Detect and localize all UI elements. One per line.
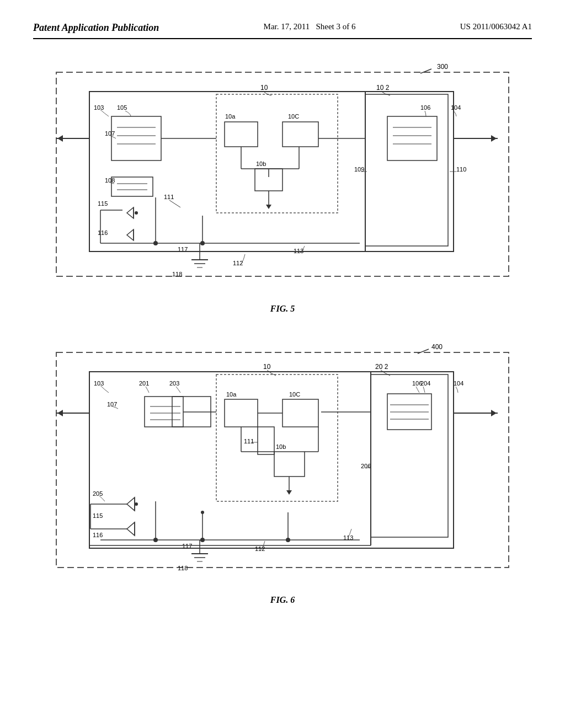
- svg-point-51: [200, 241, 205, 245]
- fig5-caption: FIG. 5: [270, 304, 295, 314]
- svg-text:118: 118: [172, 271, 182, 277]
- header-date: Mar. 17, 2011: [264, 22, 310, 31]
- svg-text:117: 117: [182, 543, 192, 549]
- svg-text:104: 104: [454, 380, 463, 387]
- svg-rect-25: [365, 94, 448, 246]
- svg-text:116: 116: [93, 532, 103, 538]
- svg-text:115: 115: [93, 512, 103, 519]
- svg-marker-83: [286, 490, 292, 495]
- svg-marker-103: [127, 522, 135, 536]
- patent-page: Patent Application Publication Mar. 17, …: [0, 0, 565, 728]
- svg-text:118: 118: [178, 565, 188, 571]
- svg-point-118: [286, 538, 290, 542]
- fig6-caption: FIG. 6: [270, 595, 295, 605]
- svg-text:10: 10: [263, 363, 271, 371]
- svg-text:10b: 10b: [276, 443, 286, 450]
- svg-text:20 2: 20 2: [375, 363, 388, 371]
- svg-marker-27: [57, 135, 63, 142]
- figure-6-diagram: 400 10 20 2: [45, 341, 520, 590]
- svg-text:116: 116: [98, 229, 108, 236]
- svg-point-119: [135, 502, 138, 506]
- svg-text:10C: 10C: [289, 391, 300, 398]
- fig6-svg: 400 10 20 2: [45, 341, 520, 590]
- page-header: Patent Application Publication Mar. 17, …: [33, 22, 532, 39]
- figures-container: 300 10 10 2: [33, 61, 532, 605]
- svg-text:110: 110: [456, 166, 466, 173]
- svg-text:400: 400: [431, 343, 443, 351]
- svg-text:10a: 10a: [226, 391, 237, 398]
- svg-text:203: 203: [169, 380, 179, 387]
- svg-text:10 2: 10 2: [376, 84, 390, 92]
- svg-text:112: 112: [233, 260, 243, 266]
- svg-marker-39: [127, 229, 134, 240]
- svg-marker-91: [57, 410, 63, 416]
- svg-text:108: 108: [105, 177, 115, 184]
- fig5-svg: 300 10 10 2: [45, 61, 520, 298]
- svg-marker-29: [491, 135, 497, 142]
- svg-point-120: [201, 511, 204, 514]
- svg-text:115: 115: [98, 200, 108, 207]
- svg-rect-2: [89, 92, 454, 251]
- svg-rect-18: [111, 116, 161, 160]
- svg-rect-70: [56, 352, 509, 568]
- svg-rect-89: [371, 374, 448, 537]
- svg-text:106: 106: [420, 104, 430, 111]
- svg-text:206: 206: [361, 463, 371, 469]
- figure-5-diagram: 300 10 10 2: [45, 61, 520, 298]
- svg-text:10C: 10C: [288, 113, 299, 120]
- svg-rect-72: [89, 372, 454, 548]
- svg-rect-80: [274, 452, 305, 477]
- svg-text:300: 300: [437, 63, 448, 71]
- header-title: Patent Application Publication: [33, 22, 159, 34]
- svg-rect-8: [282, 122, 318, 147]
- svg-text:205: 205: [93, 490, 103, 497]
- svg-point-117: [200, 538, 205, 542]
- svg-text:103: 103: [94, 380, 104, 387]
- svg-rect-84: [258, 427, 274, 454]
- svg-text:106: 106: [412, 380, 422, 387]
- figure-6-block: 400 10 20 2: [33, 341, 532, 605]
- svg-rect-22: [111, 177, 153, 196]
- svg-marker-93: [491, 410, 497, 416]
- svg-text:107: 107: [105, 130, 115, 137]
- svg-text:201: 201: [139, 380, 149, 387]
- svg-rect-6: [225, 122, 258, 147]
- svg-rect-14: [387, 116, 437, 160]
- svg-point-52: [135, 211, 138, 215]
- header-patent: US 2011/0063042 A1: [460, 22, 532, 31]
- svg-rect-78: [282, 399, 318, 427]
- header-center: Mar. 17, 2011 Sheet 3 of 6: [264, 22, 356, 31]
- svg-point-116: [153, 538, 158, 542]
- svg-text:111: 111: [164, 194, 174, 200]
- svg-text:10: 10: [260, 84, 268, 92]
- svg-rect-76: [225, 399, 258, 427]
- svg-text:103: 103: [94, 104, 104, 111]
- svg-text:10a: 10a: [225, 113, 236, 120]
- svg-point-50: [153, 241, 158, 245]
- svg-text:111: 111: [244, 438, 254, 445]
- svg-text:10b: 10b: [256, 160, 266, 167]
- svg-text:107: 107: [107, 401, 117, 408]
- svg-marker-101: [127, 497, 135, 511]
- svg-marker-37: [127, 207, 134, 218]
- svg-text:105: 105: [117, 104, 127, 111]
- figure-5-block: 300 10 10 2: [33, 61, 532, 314]
- svg-rect-3: [216, 94, 338, 213]
- header-sheet: Sheet 3 of 6: [316, 22, 355, 31]
- svg-marker-13: [266, 205, 271, 209]
- svg-text:112: 112: [255, 545, 265, 552]
- svg-text:104: 104: [451, 104, 461, 111]
- svg-rect-86: [145, 397, 183, 427]
